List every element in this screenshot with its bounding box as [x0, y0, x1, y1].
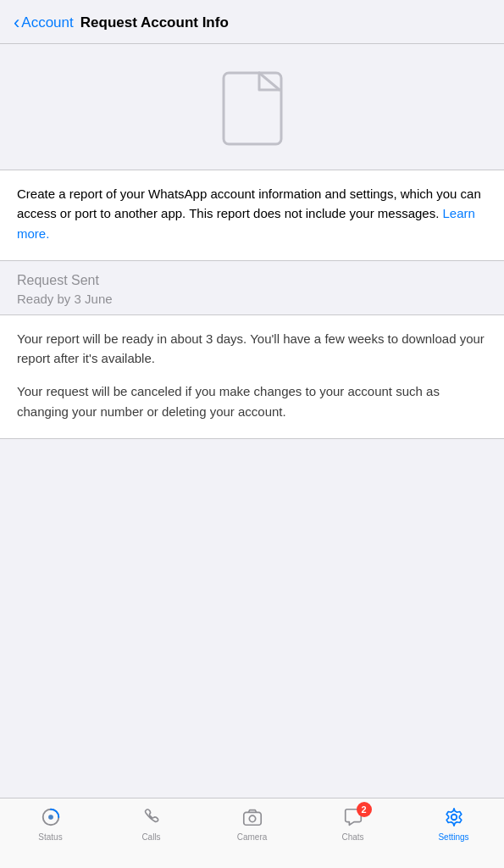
back-label: Account: [21, 14, 73, 31]
chevron-left-icon: ‹: [14, 14, 19, 32]
calls-icon: [140, 805, 163, 829]
request-sent-title: Request Sent: [17, 273, 487, 288]
icon-section: [0, 44, 504, 170]
info-section: Your report will be ready in about 3 day…: [0, 314, 504, 439]
tab-calls[interactable]: Calls: [101, 805, 202, 842]
tab-calls-label: Calls: [141, 832, 160, 842]
description-section: Create a report of your WhatsApp account…: [0, 170, 504, 261]
svg-point-5: [249, 815, 255, 821]
tab-status[interactable]: Status: [0, 805, 101, 842]
request-sent-section: Request Sent Ready by 3 June: [0, 261, 504, 314]
tab-settings[interactable]: Settings: [403, 805, 504, 842]
tab-camera[interactable]: Camera: [202, 805, 302, 842]
tab-camera-label: Camera: [237, 832, 268, 842]
tab-bar: Status Calls Camera 2 Chats: [0, 798, 504, 868]
svg-point-3: [48, 815, 53, 820]
camera-icon: [241, 805, 264, 829]
back-button[interactable]: ‹ Account: [14, 14, 74, 32]
tab-settings-label: Settings: [438, 832, 468, 842]
description-text: Create a report of your WhatsApp account…: [17, 184, 487, 243]
chats-icon: 2: [341, 805, 365, 829]
request-ready-date: Ready by 3 June: [17, 292, 487, 306]
info-paragraph-1: Your report will be ready in about 3 day…: [17, 329, 487, 369]
svg-rect-4: [243, 812, 260, 825]
tab-status-label: Status: [38, 832, 62, 842]
main-content: Create a report of your WhatsApp account…: [0, 44, 504, 515]
status-icon: [39, 805, 63, 829]
chats-badge: 2: [357, 802, 372, 817]
tab-chats[interactable]: 2 Chats: [302, 805, 403, 842]
tab-chats-label: Chats: [341, 832, 363, 842]
svg-point-6: [451, 815, 457, 821]
info-paragraph-2: Your request will be canceled if you mak…: [17, 381, 487, 421]
document-icon: [222, 71, 283, 146]
navigation-bar: ‹ Account Request Account Info: [0, 0, 504, 44]
settings-icon: [442, 805, 466, 829]
page-title: Request Account Info: [80, 14, 490, 31]
